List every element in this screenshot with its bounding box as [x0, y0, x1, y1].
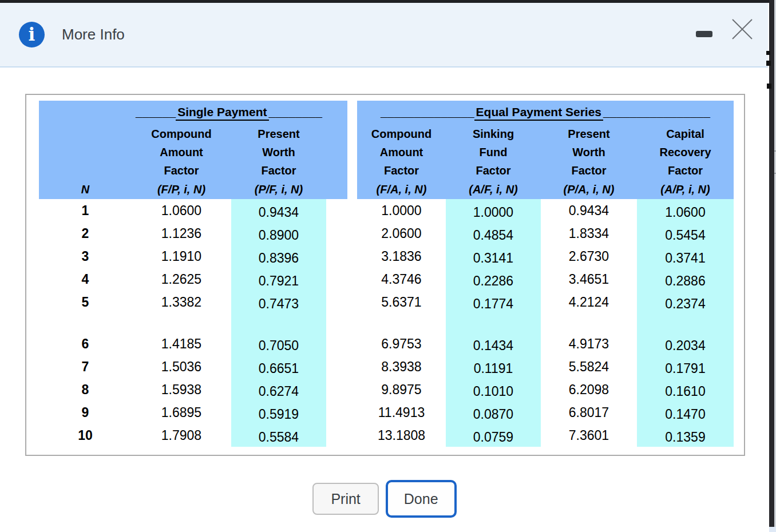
cell-value: 4.2124 [569, 295, 609, 309]
header-cell-pa: Worth [541, 143, 637, 161]
screen-right-edge [769, 0, 774, 527]
cell-value: 1.4185 [161, 336, 201, 351]
cell-n: 6 [39, 332, 132, 355]
section-header-single-trail: ________ [269, 105, 322, 118]
header-cell-fp: Amount [132, 143, 231, 161]
header-line-row: CompoundPresentCompoundSinkingPresentCap… [39, 125, 734, 143]
cell-value: 0.0870 [473, 407, 513, 422]
cell-value: 11.4913 [378, 405, 425, 420]
header-cell-af: Sinking [446, 125, 541, 143]
cell-fa: 13.1808 [357, 424, 446, 447]
cell-fa: 8.3938 [357, 355, 446, 378]
cell-ap: 0.1791 [637, 355, 734, 378]
cell-fp: 1.0600 [132, 199, 231, 222]
cell-value: 3 [82, 249, 89, 264]
cell-value: 1.0000 [473, 205, 513, 220]
cell-value: 7.3601 [569, 428, 609, 443]
cell-value: 2.0600 [381, 226, 421, 241]
cell-value: 1.0600 [161, 203, 201, 218]
gap-cell [326, 332, 357, 355]
table-row: 81.59380.62749.89750.10106.20980.1610 [39, 378, 734, 401]
cell-value: 0.4854 [473, 228, 513, 243]
more-info-dialog: i More Info ______Single Payment________… [0, 0, 776, 532]
cell-pf: 0.5919 [231, 401, 326, 424]
cell-fp: 1.5938 [132, 378, 231, 401]
cell-value: 0.9434 [569, 203, 609, 218]
spacer-cell [132, 313, 231, 332]
cell-value: 6 [82, 336, 89, 351]
cell-value: 2 [82, 226, 89, 241]
cell-n: 9 [39, 401, 132, 424]
header-cell-af: Factor [446, 161, 541, 180]
print-button[interactable]: Print [312, 483, 378, 515]
cell-af: 0.2286 [446, 268, 541, 291]
cell-n: 2 [39, 222, 132, 245]
cell-value: 0.1359 [665, 430, 705, 445]
minimize-button[interactable] [696, 31, 712, 37]
cell-fp: 1.3382 [132, 291, 231, 313]
gap-cell [326, 424, 357, 447]
section-header-equal-trail: ________________ [603, 105, 710, 118]
header-cell-pf: Factor [231, 161, 326, 180]
header-cell-pf: Worth [231, 143, 326, 161]
table-row: 101.79080.558413.18080.07597.36010.1359 [39, 424, 734, 447]
cell-pf: 0.8396 [231, 245, 326, 268]
cell-pa: 4.2124 [541, 291, 637, 313]
cell-value: 1.1910 [161, 249, 201, 264]
cell-fp: 1.6895 [132, 401, 231, 424]
cell-value: 0.5454 [665, 228, 705, 243]
cell-value: 0.2034 [665, 338, 705, 354]
cell-n: 4 [39, 268, 132, 291]
cell-af: 0.1191 [446, 355, 541, 378]
cell-value: 1 [82, 203, 89, 218]
cell-value: 0.2286 [473, 273, 513, 289]
spacer-cell [39, 313, 132, 332]
header-line-row: N(F/P, i, N)(P/F, i, N)(F/A, i, N)(A/F, … [39, 180, 734, 199]
cell-value: 3.4651 [569, 272, 609, 287]
cell-af: 0.0759 [446, 424, 541, 447]
spacer-cell [541, 313, 637, 332]
cell-value: 0.3741 [665, 251, 705, 266]
done-button[interactable]: Done [386, 480, 457, 518]
cell-pa: 0.9434 [541, 199, 637, 222]
cell-ap: 0.3741 [637, 245, 734, 268]
cell-value: 0.3141 [473, 251, 513, 266]
cell-ap: 0.1470 [637, 401, 734, 424]
cell-value: 1.2625 [161, 272, 201, 287]
gap-cell [326, 291, 357, 313]
section-header-single: ______Single Payment________ [132, 101, 326, 125]
header-cell-n [39, 125, 132, 143]
close-button[interactable] [730, 17, 754, 41]
cell-n: 5 [39, 291, 132, 313]
close-icon [730, 17, 754, 41]
cell-value: 7 [82, 359, 89, 374]
cell-n: 8 [39, 378, 132, 401]
header-cell-pa: Factor [541, 161, 637, 180]
cell-fp: 1.5036 [132, 355, 231, 378]
table-row: 61.41850.70506.97530.14344.91730.2034 [39, 332, 734, 355]
cell-value: 1.6895 [161, 405, 201, 420]
section-header-equal-label: Equal Payment Series [474, 105, 603, 121]
edge-artifact [766, 61, 771, 66]
cell-fa: 4.3746 [357, 268, 446, 291]
cell-value: 2.6730 [569, 249, 609, 264]
cell-ap: 0.2886 [637, 268, 734, 291]
cell-fp: 1.1910 [132, 245, 231, 268]
gap-cell [326, 355, 357, 378]
cell-value: 9.8975 [381, 382, 421, 397]
cell-value: 0.1191 [474, 361, 513, 376]
cell-value: 1.5036 [161, 359, 201, 374]
cell-value: 0.7473 [259, 296, 299, 312]
cell-value: 1.3382 [161, 295, 201, 309]
cell-value: 4.9173 [569, 336, 609, 351]
cell-fa: 5.6371 [357, 291, 446, 313]
cell-pa: 7.3601 [541, 424, 637, 447]
header-line-row: AmountWorthAmountFundWorthRecovery [39, 143, 734, 161]
header-cell-pa: (P/A, i, N) [541, 180, 637, 199]
cell-value: 0.1791 [665, 361, 705, 376]
cell-pf: 0.6651 [231, 355, 326, 378]
cell-value: 8.3938 [381, 359, 421, 374]
cell-af: 0.4854 [446, 222, 541, 245]
cell-pa: 3.4651 [541, 268, 637, 291]
cell-af: 0.3141 [446, 245, 541, 268]
